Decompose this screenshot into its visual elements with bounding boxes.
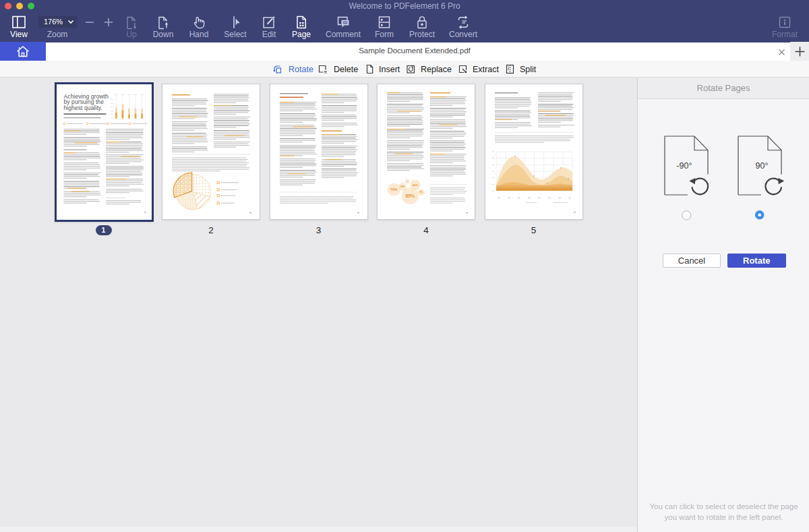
svg-text:28%: 28% <box>400 185 405 188</box>
svg-text:90°: 90° <box>756 161 769 171</box>
svg-text:70%: 70% <box>390 187 398 191</box>
svg-text:45%: 45% <box>413 183 419 187</box>
svg-text:85%: 85% <box>405 194 415 198</box>
svg-text:8%: 8% <box>420 191 423 194</box>
svg-text:highest quality.: highest quality. <box>63 105 102 111</box>
svg-text:-90°: -90° <box>676 161 692 171</box>
